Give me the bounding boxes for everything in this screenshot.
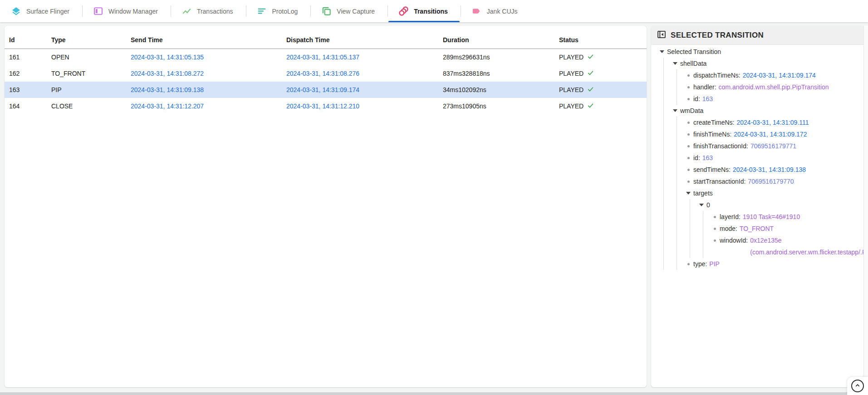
tree-label: dispatchTimeNs:	[693, 69, 743, 81]
vertical-scrollbar[interactable]	[863, 26, 868, 387]
send-time-link[interactable]: 2024-03-31, 14:31:05.135	[131, 54, 286, 61]
cell-status: PLAYED	[559, 69, 647, 78]
tree-value-id: 163	[702, 93, 713, 105]
dispatch-time-link[interactable]: 2024-03-31, 14:31:12.210	[286, 102, 443, 110]
tree-node-shelldata[interactable]: shellData	[673, 58, 857, 69]
column-header-id: Id	[9, 36, 51, 44]
cell-type: OPEN	[51, 54, 131, 61]
bottom-panel-toggle-card	[847, 377, 868, 395]
tree-leaf-id: id:163	[686, 152, 857, 164]
tree-leaf-windowid: windowId:0x12e135e (com.android.server.w…	[712, 234, 857, 258]
tree-leaf-starttransactionid: startTransactionId:7069516179770	[686, 176, 857, 187]
transitions-table-card: IdTypeSend TimeDispatch TimeDurationStat…	[5, 26, 647, 387]
bullet-icon	[712, 223, 720, 234]
tab-protolog[interactable]: ProtoLog	[246, 0, 311, 22]
tree-value-type: PIP	[709, 258, 720, 270]
tab-label: Window Manager	[108, 8, 158, 15]
chevron-down-icon[interactable]	[686, 187, 693, 199]
cell-duration: 273ms10905ns	[443, 102, 559, 110]
tree-leaf-layerid: layerId:1910 Task=46#1910	[712, 211, 857, 223]
chevron-down-icon[interactable]	[699, 199, 706, 211]
bullet-icon	[686, 152, 693, 164]
tree-label: startTransactionId:	[693, 176, 748, 187]
column-header-dispatch-time: Dispatch Time	[286, 36, 443, 44]
horizontal-scrollbar[interactable]	[0, 392, 868, 395]
tree-label: shellData	[680, 58, 706, 69]
layers-icon	[11, 6, 21, 16]
tree-node-0[interactable]: 0	[699, 199, 857, 211]
column-header-type: Type	[51, 36, 131, 44]
tab-window-manager[interactable]: Window Manager	[82, 0, 171, 22]
bullet-icon	[686, 81, 693, 93]
cell-duration: 34ms102092ns	[443, 86, 559, 93]
tree-leaf-mode: mode:TO_FRONT	[712, 223, 857, 234]
status-label: PLAYED	[559, 102, 584, 110]
vertical-split-icon	[657, 30, 666, 41]
chevron-down-icon[interactable]	[673, 105, 680, 117]
cell-id: 163	[9, 86, 51, 93]
tree-node-wmdata[interactable]: wmData	[673, 105, 857, 117]
tree-label: 0	[706, 199, 710, 211]
tab-surface-flinger[interactable]: Surface Flinger	[0, 0, 82, 22]
tab-jank-cujs[interactable]: Jank CUJs	[461, 0, 530, 22]
send-time-link[interactable]: 2024-03-31, 14:31:12.207	[131, 102, 286, 110]
bullet-icon	[686, 69, 693, 81]
tree-value-windowid: 0x12e135e (com.android.server.wm.flicker…	[750, 234, 863, 258]
cell-status: PLAYED	[559, 102, 647, 110]
panel-header: SELECTED TRANSITION	[651, 26, 863, 45]
trace-tab-bar: Surface FlingerWindow ManagerTransaction…	[0, 0, 868, 22]
cell-type: CLOSE	[51, 102, 131, 110]
view-capture-icon	[321, 6, 332, 16]
selected-transition-panel: SELECTED TRANSITION Selected Transitions…	[651, 26, 863, 387]
bullet-icon	[686, 164, 693, 176]
tab-transactions[interactable]: Transactions	[171, 0, 246, 22]
check-icon	[587, 53, 594, 61]
tab-view-capture[interactable]: View Capture	[310, 0, 387, 22]
tree-leaf-createtimens: createTimeNs:2024-03-31, 14:31:09.111	[686, 117, 857, 128]
tree-value-createtimens[interactable]: 2024-03-31, 14:31:09.111	[737, 117, 809, 128]
column-header-send-time: Send Time	[131, 36, 286, 44]
tag-icon	[471, 6, 482, 16]
send-time-link[interactable]: 2024-03-31, 14:31:08.272	[131, 70, 286, 77]
tab-transitions[interactable]: Transitions	[387, 0, 461, 22]
tab-label: Transactions	[197, 8, 233, 15]
tree-label: targets	[693, 187, 713, 199]
bullet-icon	[686, 140, 693, 152]
cell-type: PIP	[51, 86, 131, 93]
tree-label: type:	[693, 258, 709, 270]
table-row-162[interactable]: 162TO_FRONT2024-03-31, 14:31:08.2722024-…	[5, 65, 647, 82]
chevron-up-circle-icon	[853, 381, 862, 391]
tree-value-finishtimens[interactable]: 2024-03-31, 14:31:09.172	[734, 128, 807, 140]
table-header-row: IdTypeSend TimeDispatch TimeDurationStat…	[5, 26, 647, 49]
tree-value-sendtimens[interactable]: 2024-03-31, 14:31:09.138	[733, 164, 806, 176]
tree-node-targets[interactable]: targets	[686, 187, 857, 199]
tree-leaf-type: type:PIP	[686, 258, 857, 270]
tree-children: shellDatadispatchTimeNs:2024-03-31, 14:3…	[663, 58, 857, 270]
dispatch-time-link[interactable]: 2024-03-31, 14:31:09.174	[286, 86, 443, 93]
cell-duration: 837ms328818ns	[443, 70, 559, 77]
tree-children: dispatchTimeNs:2024-03-31, 14:31:09.174h…	[677, 69, 857, 105]
expand-bottom-panel-button[interactable]	[851, 380, 864, 392]
tree-label: mode:	[720, 223, 740, 234]
table-row-164[interactable]: 164CLOSE2024-03-31, 14:31:12.2072024-03-…	[5, 98, 647, 114]
tab-label: ProtoLog	[272, 8, 298, 15]
tree-children: createTimeNs:2024-03-31, 14:31:09.111fin…	[677, 117, 857, 270]
bullet-icon	[712, 211, 720, 223]
chevron-down-icon[interactable]	[660, 46, 667, 58]
dispatch-time-link[interactable]: 2024-03-31, 14:31:08.276	[286, 70, 443, 77]
bullet-icon	[686, 258, 693, 270]
tree-leaf-dispatchtimens: dispatchTimeNs:2024-03-31, 14:31:09.174	[686, 69, 857, 81]
tab-label: Surface Flinger	[26, 8, 69, 15]
chevron-down-icon[interactable]	[673, 58, 680, 69]
table-row-161[interactable]: 161OPEN2024-03-31, 14:31:05.1352024-03-3…	[5, 49, 647, 65]
status-label: PLAYED	[559, 70, 584, 77]
tree-node-selected-transition[interactable]: Selected Transition	[660, 46, 857, 58]
cell-type: TO_FRONT	[51, 70, 131, 77]
table-row-163[interactable]: 163PIP2024-03-31, 14:31:09.1382024-03-31…	[5, 82, 647, 98]
tree-value-layerid: 1910 Task=46#1910	[743, 211, 800, 223]
check-icon	[587, 86, 594, 94]
tab-label: Transitions	[414, 8, 448, 15]
tree-value-dispatchtimens[interactable]: 2024-03-31, 14:31:09.174	[743, 69, 816, 81]
send-time-link[interactable]: 2024-03-31, 14:31:09.138	[131, 86, 286, 93]
dispatch-time-link[interactable]: 2024-03-31, 14:31:05.137	[286, 54, 443, 61]
